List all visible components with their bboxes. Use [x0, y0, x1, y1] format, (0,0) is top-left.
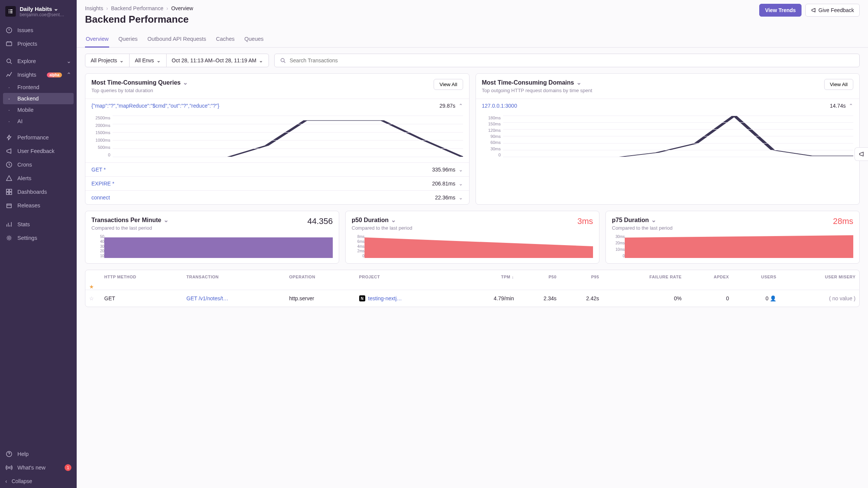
collapse-sidebar[interactable]: ‹ Collapse	[0, 474, 77, 488]
tab-queues[interactable]: Queues	[244, 32, 264, 48]
cell-transaction-link[interactable]: GET /v1/notes/t…	[187, 295, 229, 301]
th-users[interactable]: USERS	[733, 270, 780, 284]
query-row[interactable]: GET * 335.96ms ⌄	[85, 162, 469, 176]
y-axis-labels: 5040302010	[91, 235, 104, 258]
star-empty-icon[interactable]: ☆	[89, 295, 94, 301]
nav-issues[interactable]: Issues	[0, 23, 77, 37]
search-input[interactable]	[290, 54, 854, 67]
y-axis-labels: 30ms20ms10ms0	[612, 235, 625, 258]
area-chart	[364, 235, 593, 258]
svg-marker-14	[364, 237, 593, 258]
query-row-expanded[interactable]: {"map":"?","mapReduce":"$cmd","out":"?",…	[85, 99, 469, 113]
th-project[interactable]: PROJECT	[355, 270, 460, 284]
query-chart: 2500ms2000ms1500ms1000ms500ms0	[85, 113, 469, 162]
metric-title[interactable]: p75 Duration ⌄	[612, 216, 672, 224]
gear-icon	[5, 234, 13, 242]
query-value: 335.96ms	[432, 167, 455, 173]
th-misery[interactable]: USER MISERY	[780, 270, 859, 284]
search-box[interactable]	[274, 54, 860, 67]
domain-link[interactable]: 127.0.0.1:3000	[482, 103, 517, 109]
tab-queries[interactable]: Queries	[117, 32, 138, 48]
nav-releases[interactable]: Releases	[0, 199, 77, 212]
nav-user-feedback[interactable]: User Feedback	[0, 144, 77, 158]
megaphone-icon	[5, 147, 13, 155]
tab-overview[interactable]: Overview	[85, 32, 109, 48]
nav-label: Alerts	[17, 175, 71, 181]
chevron-down-icon: ⌄	[156, 57, 161, 63]
cell-project-link[interactable]: testing-nextj…	[368, 295, 402, 301]
nav-projects[interactable]: Projects	[0, 37, 77, 51]
view-all-button[interactable]: View All	[434, 79, 463, 90]
feedback-fab[interactable]	[854, 147, 868, 161]
chevron-down-icon: ⌄	[576, 79, 581, 86]
panel-title[interactable]: Most Time-Consuming Queries ⌄	[91, 79, 188, 86]
panel-title[interactable]: Most Time-Consuming Domains ⌄	[482, 79, 592, 86]
svg-point-9	[8, 237, 10, 239]
view-all-button[interactable]: View All	[824, 79, 853, 90]
view-trends-button[interactable]: View Trends	[759, 4, 801, 17]
table-row[interactable]: ☆ GET GET /v1/notes/t… http.server Ntest…	[85, 290, 859, 307]
filter-projects[interactable]: All Projects ⌄	[85, 54, 130, 67]
star-filled-icon[interactable]: ★	[89, 284, 94, 290]
give-feedback-button[interactable]: Give Feedback	[805, 4, 860, 17]
query-link[interactable]: connect	[91, 195, 110, 201]
filter-daterange[interactable]: Oct 28, 11:13 AM–Oct 28, 11:19 AM ⌄	[167, 54, 269, 67]
th-method[interactable]: HTTP METHOD	[100, 270, 183, 284]
nav-sub-label: Mobile	[17, 107, 34, 113]
nav-alerts[interactable]: Alerts	[0, 171, 77, 185]
alerts-icon	[5, 175, 13, 182]
metric-title[interactable]: p50 Duration ⌄	[352, 216, 412, 224]
query-row[interactable]: EXPIRE * 206.81ms ⌄	[85, 176, 469, 190]
query-link[interactable]: GET *	[91, 167, 106, 173]
query-link[interactable]: EXPIRE *	[91, 181, 114, 187]
org-switcher[interactable]: Daily Habits ⌄ benjamin.coe@sent…	[0, 0, 77, 21]
nav-whats-new[interactable]: What's new 1	[0, 461, 77, 474]
tab-outbound-api[interactable]: Outbound API Requests	[147, 32, 207, 48]
th-p95[interactable]: P95	[560, 270, 603, 284]
bolt-icon	[5, 134, 13, 141]
tab-caches[interactable]: Caches	[215, 32, 235, 48]
nav-label: Crons	[17, 162, 71, 168]
query-value: 29.87s	[439, 103, 455, 109]
query-value: 22.36ms	[435, 195, 456, 201]
query-row[interactable]: connect 22.36ms ⌄	[85, 190, 469, 204]
chevron-up-icon: ⌃	[459, 103, 463, 109]
nav-insights[interactable]: Insights alpha ⌃	[0, 68, 77, 82]
th-transaction[interactable]: TRANSACTION	[183, 270, 286, 284]
nav-label: Insights	[17, 72, 42, 78]
breadcrumb-link[interactable]: Insights	[85, 5, 103, 11]
query-link[interactable]: {"map":"?","mapReduce":"$cmd","out":"?",…	[91, 103, 219, 109]
breadcrumb: Insights › Backend Performance › Overvie…	[85, 5, 193, 11]
th-failure[interactable]: FAILURE RATE	[603, 270, 686, 284]
nav-performance[interactable]: Performance	[0, 131, 77, 144]
nav-help[interactable]: Help	[0, 447, 77, 461]
chevron-down-icon: ⌄	[66, 58, 71, 64]
nav-sub-label: Backend	[17, 96, 39, 102]
page-title: Backend Performance	[85, 14, 193, 25]
th-p50[interactable]: P50	[518, 270, 561, 284]
metric-title[interactable]: Transactions Per Minute ⌄	[91, 216, 168, 224]
nav-sub-backend[interactable]: Backend	[3, 93, 74, 104]
domain-row-expanded[interactable]: 127.0.0.1:3000 14.74s ⌃	[476, 99, 860, 113]
svg-rect-5	[9, 189, 12, 191]
filter-envs[interactable]: All Envs ⌄	[130, 54, 167, 67]
nav-label: What's new	[17, 465, 60, 471]
nav-stats[interactable]: Stats	[0, 218, 77, 231]
th-operation[interactable]: OPERATION	[286, 270, 355, 284]
nav-label: Settings	[17, 235, 71, 241]
nav-settings[interactable]: Settings	[0, 231, 77, 245]
nav-sub-ai[interactable]: AI	[0, 116, 77, 127]
metric-value: 28ms	[833, 216, 853, 226]
help-icon	[5, 450, 13, 458]
breadcrumb-link[interactable]: Backend Performance	[111, 5, 164, 11]
nav-sub-mobile[interactable]: Mobile	[0, 104, 77, 116]
nav-explore[interactable]: Explore ⌄	[0, 54, 77, 68]
nav-dashboards[interactable]: Dashboards	[0, 185, 77, 199]
insights-icon	[5, 71, 13, 79]
th-apdex[interactable]: APDEX	[686, 270, 733, 284]
nav-crons[interactable]: Crons	[0, 158, 77, 171]
chevron-left-icon: ‹	[5, 478, 7, 484]
th-tpm[interactable]: TPM ↓	[460, 270, 518, 284]
cell-p50: 2.34s	[518, 290, 561, 307]
nav-sub-frontend[interactable]: Frontend	[0, 82, 77, 93]
